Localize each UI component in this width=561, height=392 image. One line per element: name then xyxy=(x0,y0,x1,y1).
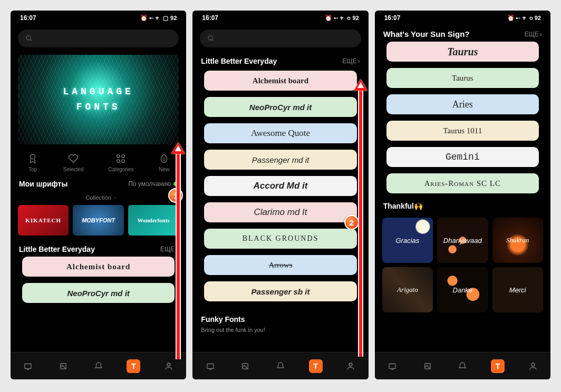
section-title: Little Better Everyday xyxy=(201,57,277,65)
tab-fonts[interactable]: T xyxy=(491,359,505,373)
thankful-tile[interactable]: Shukran xyxy=(492,218,543,263)
status-icons: ⏰ ▪▫ ᯤ ▢92 xyxy=(507,15,541,22)
section-title: Thankful🙌 xyxy=(383,202,423,210)
tab-fonts[interactable]: T xyxy=(127,359,140,373)
svg-point-2 xyxy=(31,154,35,159)
tab-ringtone[interactable] xyxy=(456,359,469,373)
svg-rect-7 xyxy=(25,364,31,368)
thankful-tile[interactable]: Dhanyavaad xyxy=(437,218,488,263)
nav-new[interactable]: New xyxy=(158,153,170,172)
section-header: What's Your Sun Sign? ЕЩЕ › xyxy=(375,30,550,38)
collection-row: KIKATECH MOBYFONT Wonderfonts 1 xyxy=(11,205,186,241)
svg-point-4 xyxy=(122,155,125,158)
svg-rect-12 xyxy=(207,364,214,368)
more-link[interactable]: ЕЩЕ › xyxy=(160,246,178,253)
search-bar[interactable] xyxy=(200,30,361,47)
search-icon xyxy=(207,35,215,42)
font-item[interactable]: Taurus xyxy=(386,42,539,62)
svg-point-5 xyxy=(117,160,120,163)
collection-card[interactable]: MOBYFONT xyxy=(73,205,123,236)
collection-card[interactable]: KIKATECH xyxy=(18,205,69,236)
svg-point-9 xyxy=(167,363,170,366)
section-title: Funky Fonts xyxy=(201,315,245,324)
nav-selected[interactable]: Selected xyxy=(63,153,84,172)
my-fonts-header: Мои шрифты По умолчанию xyxy=(11,180,186,188)
nav-categories[interactable]: Categories xyxy=(108,153,133,172)
section-subtitle: Bring out the funk in you! xyxy=(192,326,368,333)
status-bar: 16:07 ⏰ ▪▫ ᯤ ▢92 xyxy=(11,11,186,25)
tab-profile[interactable] xyxy=(162,359,176,373)
svg-rect-15 xyxy=(389,364,395,368)
font-item[interactable]: Accord Md it xyxy=(204,176,356,196)
collection-label: · Collection · xyxy=(11,194,186,201)
phone-screen-2: 16:07 ⏰ ▪▫ ᯤ ▢92 Little Better Everyday … xyxy=(192,11,368,379)
bottom-nav: T xyxy=(192,352,368,379)
font-item[interactable]: Clarimo md It 2 xyxy=(204,202,356,222)
more-link[interactable]: ЕЩЕ › xyxy=(342,57,360,65)
tab-wallpaper[interactable] xyxy=(238,359,252,373)
svg-point-10 xyxy=(208,36,212,40)
phone-screen-1: 16:07 ⏰ ▪▫ ᯤ ▢92 LANGUAGEFONTS Top Selec… xyxy=(11,11,186,379)
font-item[interactable]: NeoProCyr md it xyxy=(22,283,175,303)
thankful-tile[interactable]: Arigato xyxy=(382,267,433,312)
step-badge-2: 2 xyxy=(344,215,359,230)
svg-line-1 xyxy=(30,40,32,41)
status-dot xyxy=(173,182,178,186)
tab-home[interactable] xyxy=(385,359,399,373)
tab-fonts[interactable]: T xyxy=(309,359,323,373)
phone-screen-3: 16:07 ⏰ ▪▫ ᯤ ▢92 What's Your Sun Sign? Е… xyxy=(375,11,550,379)
font-item[interactable]: Aries xyxy=(386,94,539,114)
font-item[interactable]: Awesome Quote xyxy=(204,123,356,143)
status-bar: 16:07 ⏰ ▪▫ ᯤ ▢92 xyxy=(192,11,368,25)
tab-profile[interactable] xyxy=(526,359,540,373)
my-fonts-title: Мои шрифты xyxy=(19,180,67,188)
tab-ringtone[interactable] xyxy=(274,359,287,373)
section-header: Little Better Everyday ЕЩЕ › xyxy=(192,52,368,67)
promo-banner[interactable]: LANGUAGEFONTS xyxy=(18,55,179,144)
status-time: 16:07 xyxy=(20,14,36,22)
status-icons: ⏰ ▪▫ ᯤ ▢92 xyxy=(140,15,177,22)
thankful-tile[interactable]: Merci xyxy=(492,267,543,312)
more-link[interactable]: ЕЩЕ › xyxy=(525,31,542,38)
font-item[interactable]: Arrows xyxy=(204,255,356,275)
search-bar[interactable] xyxy=(18,30,179,47)
tab-profile[interactable] xyxy=(344,359,357,373)
font-item[interactable]: Taurus xyxy=(386,68,539,88)
font-item[interactable]: NeoProCyr md it xyxy=(204,97,356,117)
font-item[interactable]: Taurus 1011 xyxy=(386,121,539,141)
tab-wallpaper[interactable] xyxy=(421,359,434,373)
status-time: 16:07 xyxy=(384,14,401,22)
section-header: Thankful🙌 xyxy=(375,197,550,212)
thankful-tile[interactable]: Gracias xyxy=(382,218,433,263)
font-item[interactable]: Gemini xyxy=(386,147,539,167)
svg-point-17 xyxy=(531,363,535,366)
bottom-nav: T xyxy=(375,352,550,379)
svg-point-0 xyxy=(26,36,31,40)
tab-home[interactable] xyxy=(204,359,217,373)
font-item[interactable]: Alchemist board xyxy=(22,257,175,277)
tab-ringtone[interactable] xyxy=(92,359,105,373)
search-icon xyxy=(25,35,33,42)
thankful-tile[interactable]: Danke xyxy=(437,267,488,312)
svg-line-11 xyxy=(212,40,214,41)
banner-text: LANGUAGEFONTS xyxy=(63,84,133,115)
font-item[interactable]: Alchemist board xyxy=(204,71,356,91)
quick-nav: Top Selected Categories New xyxy=(15,153,182,172)
font-item[interactable]: Passenger md it xyxy=(204,150,356,170)
tab-home[interactable] xyxy=(21,359,35,373)
default-link[interactable]: По умолчанию xyxy=(128,180,178,188)
collection-card[interactable]: Wonderfonts xyxy=(128,205,179,236)
bottom-nav: T xyxy=(11,352,186,379)
font-item[interactable]: Aries-Roman SC LC xyxy=(386,173,539,193)
svg-point-6 xyxy=(122,160,125,163)
status-time: 16:07 xyxy=(202,14,218,22)
svg-point-14 xyxy=(349,363,352,366)
section-header: Little Better Everyday ЕЩЕ › xyxy=(11,245,186,253)
status-bar: 16:07 ⏰ ▪▫ ᯤ ▢92 xyxy=(375,11,550,25)
tab-wallpaper[interactable] xyxy=(56,359,70,373)
font-item[interactable]: BLACK GROUNDS xyxy=(204,229,356,249)
font-item[interactable]: Passenger sb it xyxy=(204,281,356,301)
nav-top[interactable]: Top xyxy=(27,153,38,172)
svg-point-3 xyxy=(117,155,120,158)
section-title: Little Better Everyday xyxy=(19,245,95,253)
